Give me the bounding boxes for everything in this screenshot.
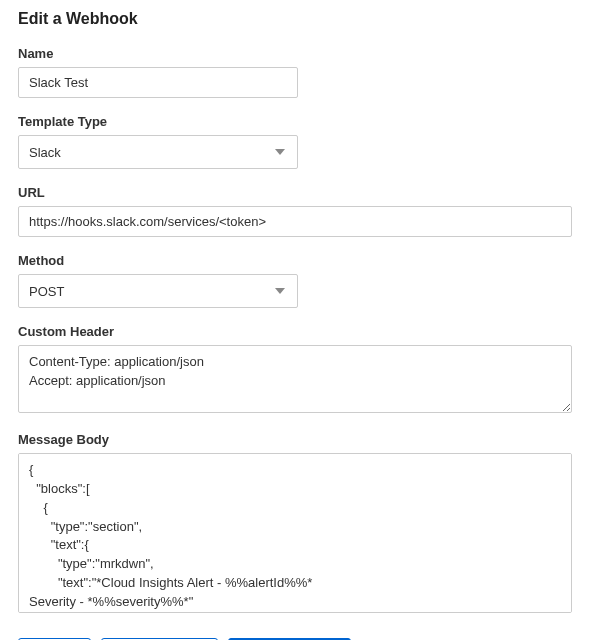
template-type-field: Template Type Slack [18,114,572,169]
url-field: URL [18,185,572,237]
name-input[interactable] [18,67,298,98]
template-type-value: Slack [29,145,61,160]
message-body-label: Message Body [18,432,572,447]
chevron-down-icon [275,149,285,155]
method-select[interactable]: POST [18,274,298,308]
method-value: POST [29,284,64,299]
method-label: Method [18,253,572,268]
template-type-select[interactable]: Slack [18,135,298,169]
message-body-field: Message Body [18,432,572,616]
message-body-input[interactable] [18,453,572,613]
name-field: Name [18,46,572,98]
method-field: Method POST [18,253,572,308]
page-title: Edit a Webhook [18,10,572,28]
name-label: Name [18,46,572,61]
custom-header-label: Custom Header [18,324,572,339]
custom-header-input[interactable] [18,345,572,413]
custom-header-field: Custom Header [18,324,572,416]
template-type-label: Template Type [18,114,572,129]
url-input[interactable] [18,206,572,237]
url-label: URL [18,185,572,200]
chevron-down-icon [275,288,285,294]
